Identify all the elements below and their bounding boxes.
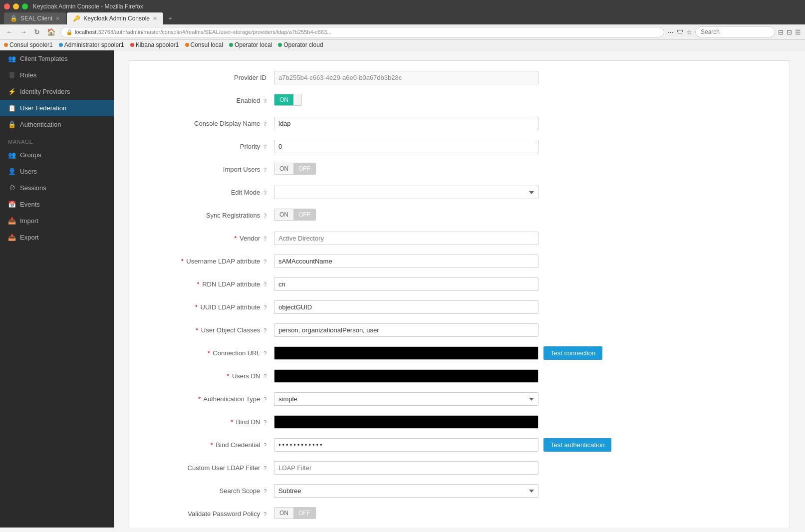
tab-keycloak-close[interactable]: ✕ [153, 15, 157, 22]
users-dn-input[interactable] [274, 369, 538, 383]
edit-mode-select[interactable]: READ_ONLY WRITABLE UNSYNCED [274, 186, 538, 199]
rdn-ldap-input[interactable] [274, 277, 538, 291]
sidebar-item-user-federation[interactable]: 📋 User Federation [0, 100, 114, 116]
edit-mode-row: Edit Mode ? READ_ONLY WRITABLE UNSYNCED [144, 186, 775, 202]
sidebar-item-import[interactable]: 📥 Import [0, 213, 114, 229]
sidebar-item-events[interactable]: 📅 Events [0, 196, 114, 213]
sidebar-item-export[interactable]: 📤 Export [0, 229, 114, 246]
browser-search-input[interactable] [695, 26, 775, 37]
test-authentication-button[interactable]: Test authentication [543, 438, 611, 452]
sidebar-item-roles[interactable]: ☰ Roles [0, 67, 114, 83]
sidebar-toggle-icon[interactable]: ⊟ [778, 28, 784, 36]
validate-pwd-off-btn[interactable]: OFF [293, 508, 315, 519]
search-scope-help-icon[interactable]: ? [264, 488, 267, 494]
home-button[interactable]: 🏠 [45, 27, 57, 37]
window-maximize-button[interactable] [22, 3, 28, 9]
toggle-on-state[interactable]: ON [274, 94, 293, 105]
toggle-off-state[interactable] [293, 94, 301, 105]
bookmark-consul-local[interactable]: Consul local [185, 41, 223, 48]
import-users-help-icon[interactable]: ? [264, 167, 267, 173]
username-ldap-help-icon[interactable]: ? [264, 259, 267, 265]
authentication-type-control: simple none [274, 392, 775, 406]
rdn-ldap-help-icon[interactable]: ? [264, 281, 267, 287]
forward-button[interactable]: → [18, 27, 29, 37]
address-rest: :32768/auth/admin/master/console/#/realm… [96, 29, 331, 35]
search-scope-select[interactable]: One Level Subtree [274, 484, 538, 498]
reader-mode-icon[interactable]: ⊡ [787, 28, 792, 36]
menu-icon[interactable]: ☰ [795, 28, 801, 36]
address-bar[interactable]: 🔒 localhost:32768/auth/admin/master/cons… [60, 27, 664, 37]
uuid-ldap-help-icon[interactable]: ? [264, 304, 267, 310]
tab-seal[interactable]: 🔒 SEAL Client ✕ [4, 12, 66, 24]
manage-section-header: Manage [0, 135, 114, 147]
sync-registrations-control: ON OFF [274, 209, 775, 221]
vendor-help-icon[interactable]: ? [264, 236, 267, 242]
validate-password-toggle[interactable]: ON OFF [274, 507, 316, 519]
provider-id-input[interactable] [274, 71, 538, 84]
bind-credential-control: Test authentication [274, 438, 775, 452]
username-ldap-input[interactable] [274, 255, 538, 268]
new-tab-button[interactable]: + [164, 12, 176, 24]
sidebar-item-authentication[interactable]: 🔒 Authentication [0, 116, 114, 133]
authentication-type-select[interactable]: simple none [274, 392, 538, 406]
sync-reg-off-btn[interactable]: OFF [293, 209, 315, 220]
bind-dn-input[interactable] [274, 415, 538, 429]
bookmark-operator-cloud[interactable]: Operator cloud [278, 41, 323, 48]
enabled-toggle[interactable]: ON [274, 94, 302, 106]
client-templates-icon: 👥 [8, 55, 16, 62]
user-object-classes-label: * User Object Classes ? [144, 323, 274, 334]
custom-filter-help-icon[interactable]: ? [264, 465, 267, 471]
connection-url-help-icon[interactable]: ? [264, 350, 267, 356]
enabled-help-icon[interactable]: ? [264, 98, 267, 104]
window-controls[interactable] [4, 3, 28, 9]
sidebar-item-users[interactable]: 👤 Users [0, 163, 114, 180]
vendor-input[interactable] [274, 232, 538, 245]
sidebar-item-identity-providers[interactable]: ⚡ Identity Providers [0, 83, 114, 100]
users-dn-help-icon[interactable]: ? [264, 373, 267, 379]
bookmark-kibana-spooler1[interactable]: Kibana spooler1 [130, 41, 179, 48]
connection-url-input[interactable] [274, 346, 538, 360]
tab-keycloak[interactable]: 🔑 Keycloak Admin Console ✕ [67, 12, 163, 24]
test-connection-button[interactable]: Test connection [543, 346, 602, 360]
back-button[interactable]: ← [4, 27, 15, 37]
bookmark-consul-spooler1[interactable]: Consul spooler1 [4, 41, 53, 48]
window-close-button[interactable] [4, 3, 10, 9]
window-minimize-button[interactable] [13, 3, 19, 9]
bookmark-operator-local[interactable]: Operator local [229, 41, 272, 48]
bind-cred-help-icon[interactable]: ? [264, 442, 267, 448]
sidebar-item-groups[interactable]: 👥 Groups [0, 147, 114, 163]
console-display-name-input[interactable] [274, 117, 538, 130]
priority-input[interactable] [274, 140, 538, 153]
extensions-icon[interactable]: ⋯ [667, 28, 674, 36]
user-object-classes-input[interactable] [274, 323, 538, 337]
import-users-toggle[interactable]: ON OFF [274, 163, 316, 175]
priority-help-icon[interactable]: ? [264, 144, 267, 150]
tab-seal-close[interactable]: ✕ [55, 15, 60, 22]
reload-button[interactable]: ↻ [32, 27, 42, 37]
bind-dn-help-icon[interactable]: ? [264, 419, 267, 425]
sync-reg-on-btn[interactable]: ON [274, 209, 293, 220]
bookmark-dot [59, 43, 63, 47]
user-object-classes-help-icon[interactable]: ? [264, 327, 267, 333]
sidebar-item-label: Groups [20, 151, 41, 159]
form-section: Provider ID Enabled ? ON [129, 60, 790, 528]
sync-reg-help-icon[interactable]: ? [264, 213, 267, 219]
star-icon[interactable]: ☆ [686, 28, 692, 36]
uuid-ldap-input[interactable] [274, 300, 538, 314]
bind-dn-label: * Bind DN ? [144, 415, 274, 426]
validate-password-help-icon[interactable]: ? [264, 511, 267, 517]
import-users-off-btn[interactable]: OFF [293, 163, 315, 174]
custom-filter-input[interactable] [274, 461, 538, 475]
import-users-on-btn[interactable]: ON [274, 163, 293, 174]
bookmark-dot [4, 43, 8, 47]
auth-type-help-icon[interactable]: ? [264, 396, 267, 402]
console-display-help-icon[interactable]: ? [264, 121, 267, 127]
bookmark-admin-spooler1[interactable]: Administrator spooler1 [59, 41, 124, 48]
edit-mode-help-icon[interactable]: ? [264, 190, 267, 196]
bookmark-icon[interactable]: 🛡 [677, 28, 683, 36]
bind-credential-input[interactable] [274, 438, 538, 452]
sidebar-item-sessions[interactable]: ⏱ Sessions [0, 180, 114, 196]
sync-registrations-toggle[interactable]: ON OFF [274, 209, 316, 221]
sidebar-item-client-templates[interactable]: 👥 Client Templates [0, 50, 114, 67]
validate-pwd-on-btn[interactable]: ON [274, 508, 293, 519]
